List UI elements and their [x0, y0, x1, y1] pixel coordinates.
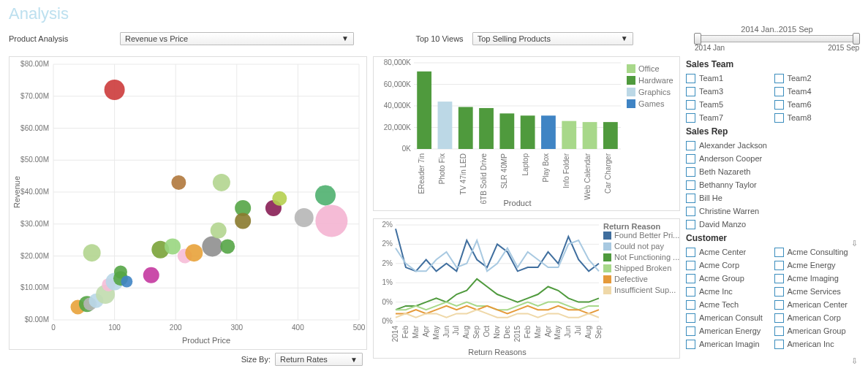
customer-item[interactable]: Acme Tech [686, 299, 771, 310]
sales-rep-item[interactable]: Anderson Cooper [686, 153, 859, 164]
sales-rep-item[interactable]: Bill He [686, 192, 859, 204]
svg-text:$10.00M: $10.00M [20, 283, 49, 291]
svg-text:Product Price: Product Price [182, 336, 230, 345]
checkbox-icon[interactable] [686, 220, 695, 229]
checkbox-icon[interactable] [774, 87, 784, 96]
return-reasons-chart[interactable]: 0%0%1%2%2%2%2014FebMarAprMayJunJulAugSep… [373, 218, 680, 359]
customer-item[interactable]: American Corp [774, 312, 860, 324]
top-products-chart[interactable]: 0K20,000K40,000K60,000K80,000KEReader 7i… [373, 56, 680, 211]
sales-rep-item[interactable]: Christine Warren [686, 205, 859, 217]
checkbox-icon[interactable] [686, 180, 695, 190]
sales-team-item[interactable]: Team5 [686, 99, 771, 110]
customer-item[interactable]: Acme Inc [686, 286, 771, 297]
checkbox-icon[interactable] [686, 100, 695, 110]
checkbox-icon[interactable] [774, 287, 784, 297]
sales-rep-item[interactable]: David Manzo [686, 218, 859, 230]
sales-rep-label: Christine Warren [699, 207, 759, 215]
customer-label: American Corp [788, 313, 841, 322]
customer-label: American Imagin [699, 340, 760, 348]
svg-text:Laptop: Laptop [521, 153, 529, 176]
svg-rect-144 [603, 286, 611, 294]
checkbox-icon[interactable] [774, 113, 784, 123]
checkbox-icon[interactable] [686, 248, 695, 257]
sales-team-item[interactable]: Team3 [686, 85, 771, 97]
checkbox-icon[interactable] [686, 167, 695, 177]
svg-text:$60.00M: $60.00M [20, 124, 49, 132]
sales-team-item[interactable]: Team1 [686, 72, 771, 84]
customer-item[interactable]: Acme Services [774, 286, 860, 297]
sales-team-item[interactable]: Team8 [774, 112, 860, 123]
date-range-slider[interactable]: 2014 Jan..2015 Sep 2014 Jan 2015 Sep [695, 25, 859, 52]
svg-text:Could not pay: Could not pay [614, 242, 664, 251]
customer-label: American Inc [788, 340, 834, 348]
svg-rect-71 [417, 72, 431, 149]
svg-text:400: 400 [292, 324, 304, 332]
sales-team-item[interactable]: Team2 [774, 72, 860, 84]
sales-team-item[interactable]: Team6 [774, 99, 860, 110]
checkbox-icon[interactable] [686, 154, 695, 164]
product-analysis-selected: Revenue vs Price [125, 34, 188, 43]
scroll-down-icon[interactable]: ⇩ [851, 356, 858, 366]
checkbox-icon[interactable] [686, 313, 695, 323]
date-range-handle-start[interactable] [694, 33, 701, 45]
svg-text:$20.00M: $20.00M [20, 252, 49, 260]
customer-item[interactable]: American Energy [686, 325, 771, 337]
customer-item[interactable]: Acme Consulting [774, 246, 860, 258]
customer-item[interactable]: American Center [774, 299, 860, 310]
customer-item[interactable]: American Consult [686, 312, 771, 324]
checkbox-icon[interactable] [774, 300, 784, 310]
checkbox-icon[interactable] [686, 87, 695, 96]
svg-point-48 [211, 223, 227, 239]
checkbox-icon[interactable] [686, 261, 695, 270]
checkbox-icon[interactable] [686, 340, 695, 349]
sales-team-item[interactable]: Team7 [686, 112, 771, 123]
checkbox-icon[interactable] [686, 274, 695, 283]
date-range-handle-end[interactable] [853, 33, 860, 45]
svg-text:Mar: Mar [534, 325, 542, 338]
checkbox-icon[interactable] [774, 340, 784, 349]
customer-item[interactable]: Acme Imaging [774, 272, 860, 284]
revenue-vs-price-chart[interactable]: 0100200300400500$0.00M$10.00M$20.00M$30.… [9, 56, 367, 350]
sales-team-label: Team8 [788, 113, 812, 122]
top10-dropdown[interactable]: Top Selling Products ▼ [472, 32, 633, 45]
svg-text:40,000K: 40,000K [384, 102, 412, 110]
checkbox-icon[interactable] [774, 313, 784, 323]
svg-text:Car Charger: Car Charger [604, 153, 612, 194]
checkbox-icon[interactable] [686, 287, 695, 297]
svg-text:Apr: Apr [544, 325, 552, 337]
customer-item[interactable]: Acme Energy [774, 259, 860, 271]
customer-item[interactable]: American Group [774, 325, 860, 337]
customer-item[interactable]: American Imagin [686, 338, 771, 350]
checkbox-icon[interactable] [686, 326, 695, 336]
svg-text:0%: 0% [382, 317, 393, 325]
checkbox-icon[interactable] [774, 100, 784, 110]
checkbox-icon[interactable] [686, 207, 695, 216]
customer-item[interactable]: Acme Center [686, 246, 771, 258]
svg-point-40 [121, 276, 132, 288]
svg-text:$70.00M: $70.00M [20, 92, 49, 100]
customer-item[interactable]: Acme Group [686, 272, 771, 284]
customer-item[interactable]: American Inc [774, 338, 860, 350]
sales-rep-item[interactable]: Bethanny Taylor [686, 179, 859, 191]
checkbox-icon[interactable] [774, 261, 784, 270]
svg-point-46 [185, 244, 203, 261]
svg-point-57 [315, 185, 336, 205]
checkbox-icon[interactable] [686, 194, 695, 203]
checkbox-icon[interactable] [686, 300, 695, 310]
checkbox-icon[interactable] [774, 274, 784, 283]
checkbox-icon[interactable] [774, 326, 784, 336]
scroll-down-icon[interactable]: ⇩ [851, 239, 858, 248]
product-analysis-dropdown[interactable]: Revenue vs Price ▼ [120, 32, 354, 45]
checkbox-icon[interactable] [686, 141, 695, 150]
size-by-dropdown[interactable]: Return Rates ▼ [275, 353, 363, 366]
checkbox-icon[interactable] [774, 74, 784, 83]
checkbox-icon[interactable] [686, 113, 695, 123]
svg-rect-77 [479, 108, 494, 149]
svg-text:Web Calendar: Web Calendar [584, 153, 592, 199]
sales-rep-item[interactable]: Beth Nazareth [686, 166, 859, 177]
sales-team-item[interactable]: Team4 [774, 85, 860, 97]
sales-rep-item[interactable]: Alexander Jackson [686, 139, 859, 151]
checkbox-icon[interactable] [686, 74, 695, 83]
checkbox-icon[interactable] [774, 248, 784, 257]
customer-item[interactable]: Acme Corp [686, 259, 771, 271]
